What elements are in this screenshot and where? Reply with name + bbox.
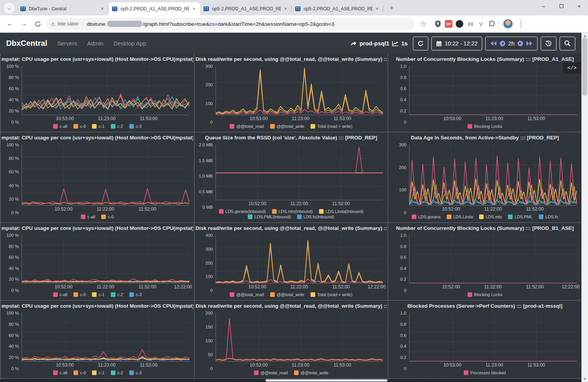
scroll-up-arrow[interactable] [581,33,588,37]
address-bar[interactable]: ⚠ Inte säker dbxtune./graph.html?subscri… [46,18,415,30]
legend-item[interactable]: c-0 [74,370,86,375]
chart-canvas[interactable] [409,145,577,206]
vimium-extension-icon[interactable]: V [476,18,486,29]
legend-item[interactable]: @@total_read [254,370,288,375]
vertical-scrollbar-thumb[interactable] [582,38,587,96]
refresh-button[interactable] [413,37,428,50]
chart-canvas[interactable] [22,66,189,115]
braces-extension-icon[interactable]: {≡} [465,18,476,29]
browser-tab-4[interactable]: op5-2,PROD_A1_ASE,PROD_REF × [292,2,383,15]
tab-close-icon[interactable]: × [374,6,380,12]
brand-dbxcentral[interactable]: DbxCentral [6,39,47,48]
history-button[interactable] [541,37,556,50]
legend-item[interactable]: LDS.gorans(Inbound) [219,209,266,214]
time-range-button[interactable]: 10:22 - 12:22 [431,37,482,50]
redacted-url-segment [107,21,142,27]
chart-canvas[interactable] [22,313,189,362]
nav-link-admin[interactable]: Admin [87,40,104,47]
legend-item[interactable]: @@total_write [294,370,328,375]
legend-item[interactable]: c-2 [111,292,123,297]
legend-item[interactable]: Blocking Locks [468,124,502,129]
legend-item[interactable]: c-2 [111,124,123,129]
legend-item[interactable]: c-0 [74,292,86,297]
horizontal-scrollbar[interactable] [0,379,581,382]
window-close-button[interactable]: × [570,0,588,12]
github-octocat-icon[interactable] [454,18,465,29]
browser-tab-1[interactable]: DbxTune - Central × [17,2,109,15]
scroll-down-arrow[interactable] [581,377,588,382]
legend-item[interactable]: c-0 [74,124,86,129]
reload-button[interactable] [32,18,44,30]
chart-canvas[interactable] [409,313,577,362]
nav-link-servers[interactable]: Servers [57,40,77,47]
chart-canvas[interactable] [22,235,189,283]
legend-item[interactable]: LDS.Linda [447,214,473,219]
forward-button[interactable]: → [18,18,30,30]
qv-extension-icon[interactable]: QV [443,18,454,29]
legend-item[interactable]: LDS.fs [539,214,558,219]
legend-item[interactable]: LDS.PML [508,214,533,219]
legend-item[interactable]: c-3 [129,370,142,375]
legend-item[interactable]: LDS.mts(Inbound) [272,209,313,214]
legend-item[interactable]: c-2 [111,370,123,375]
tab-close-icon[interactable]: × [99,6,105,12]
tab-search-button[interactable]: ⌄ [4,3,15,13]
shield-extension-icon[interactable] [433,18,443,29]
legend-item[interactable]: LDS.fs(Inbound) [297,214,334,219]
browser-tab-3[interactable]: op5-2,PROD_A1_ASE,PROD_REF × [200,2,292,15]
legend-item[interactable]: LDS.gorans [412,214,441,219]
active-server-indicator[interactable]: prod-psql1 1s [350,40,408,47]
chart-canvas[interactable] [215,66,383,115]
window-maximize-button[interactable] [553,0,570,12]
chart-canvas[interactable] [409,235,577,283]
legend-item[interactable]: c-3 [129,292,142,297]
extensions-puzzle-icon[interactable] [486,18,497,29]
legend-item[interactable]: c-0 [101,214,114,219]
site-security-chip[interactable]: ⚠ Inte säker [51,21,83,27]
chart-canvas[interactable] [215,313,383,362]
legend-item[interactable]: Blocking Locks [468,292,502,297]
legend-item[interactable]: Total (read + write) [311,292,352,297]
legend-item[interactable]: c-1 [92,292,104,297]
legend-item[interactable]: LDS.mts [479,214,502,219]
vertical-scrollbar[interactable] [581,33,588,382]
tab-close-icon[interactable]: × [282,6,289,12]
legend-item[interactable]: c-all [53,124,67,129]
chart-canvas[interactable] [22,145,189,206]
window-minimize-button[interactable]: – [535,0,553,12]
legend-item[interactable]: c-1 [92,124,104,129]
legend-item[interactable]: c-all [53,292,67,297]
chart-canvas[interactable] [215,145,383,200]
chart-canvas[interactable] [409,66,577,115]
legend-item[interactable]: @@total_read [230,124,264,129]
time-step-nav[interactable]: 2h [485,37,538,50]
chart-canvas[interactable] [215,235,383,283]
bookmark-star-icon[interactable]: ☆ [417,18,429,30]
legend-swatch [53,370,58,375]
legend-swatch [74,292,78,297]
back-button[interactable]: ← [4,18,16,30]
legend-item[interactable]: Total (read + write) [311,124,352,129]
chart-title-text: mpstat: CPU usage per core (usr+sys+iowa… [2,225,193,231]
profile-avatar[interactable] [503,19,513,29]
legend-item[interactable]: c-all [81,214,95,219]
legend-item[interactable]: Processes blocked [464,370,506,375]
legend-item[interactable]: @@total_read [230,292,264,297]
horizontal-scrollbar-thumb[interactable] [266,379,388,382]
tab-close-icon[interactable]: × [191,6,197,12]
legend-item[interactable]: @@total_write [270,292,304,297]
nav-link-desktop-app[interactable]: Desktop App [114,40,146,47]
browser-menu-icon[interactable]: ⋮ [515,18,526,29]
legend-item[interactable]: c-all [53,370,67,375]
legend-item[interactable]: LDS.PML(Inbound) [248,214,291,219]
code-view-button[interactable]: </> [563,62,581,74]
legend-item[interactable]: c-3 [129,124,142,129]
chart-title-text: mpstat: CPU usage per core (usr+sys+iowa… [2,303,193,309]
browser-tab-2-active[interactable]: op5-2,PROD_A1_ASE,PROD_REF × [109,2,200,15]
search-button[interactable] [560,37,575,50]
new-tab-button[interactable]: + [386,3,397,13]
legend-item[interactable]: LDS.Linda(Inbound) [319,209,363,214]
legend-item[interactable]: c-1 [92,370,104,375]
y-tick-label: 20 % [9,109,19,113]
legend-item[interactable]: @@total_write [270,124,304,129]
